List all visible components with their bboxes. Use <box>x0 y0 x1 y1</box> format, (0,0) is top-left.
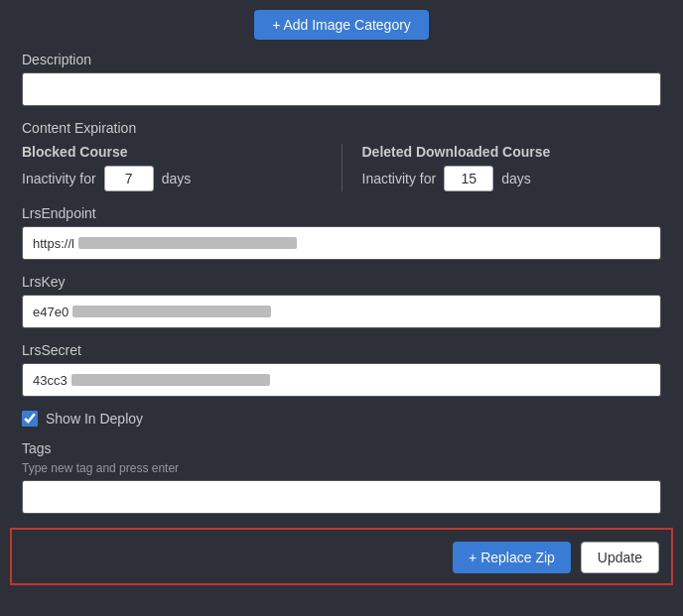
replace-zip-button[interactable]: + Replace Zip <box>453 542 571 573</box>
tags-hint: Type new tag and press enter <box>22 461 661 475</box>
description-group: Description <box>22 52 661 106</box>
update-button[interactable]: Update <box>581 542 659 573</box>
lrs-secret-group: LrsSecret 43cc3 <box>22 342 661 397</box>
lrs-secret-input[interactable]: 43cc3 <box>22 363 661 397</box>
deleted-inactivity-label: Inactivity for <box>362 171 437 186</box>
expiration-divider <box>342 144 342 191</box>
lrs-endpoint-group: LrsEndpoint https://l <box>22 205 661 260</box>
deleted-days-label: days <box>501 171 531 186</box>
lrs-key-group: LrsKey e47e0 <box>22 274 661 328</box>
blocked-course-days-input[interactable] <box>104 166 154 191</box>
lrs-secret-value: 43cc3 <box>33 373 68 388</box>
action-buttons-area: + Replace Zip Update <box>10 528 673 585</box>
lrs-key-input[interactable]: e47e0 <box>22 295 661 328</box>
lrs-endpoint-mask <box>78 237 297 249</box>
description-label: Description <box>22 52 661 67</box>
lrs-key-mask <box>72 306 271 317</box>
blocked-course-block: Blocked Course Inactivity for days <box>22 144 322 191</box>
show-in-deploy-label[interactable]: Show In Deploy <box>46 411 143 427</box>
deleted-course-days-input[interactable] <box>444 166 493 191</box>
deleted-downloaded-course-block: Deleted Downloaded Course Inactivity for… <box>362 144 662 191</box>
description-input[interactable] <box>22 72 661 106</box>
lrs-key-label: LrsKey <box>22 274 661 290</box>
lrs-endpoint-input[interactable]: https://l <box>22 226 661 260</box>
add-image-category-button[interactable]: + Add Image Category <box>254 10 429 40</box>
blocked-course-title: Blocked Course <box>22 144 322 160</box>
show-in-deploy-checkbox[interactable] <box>22 411 38 427</box>
show-in-deploy-group: Show In Deploy <box>22 411 661 427</box>
lrs-secret-mask <box>71 374 270 386</box>
deleted-downloaded-course-title: Deleted Downloaded Course <box>362 144 662 160</box>
lrs-endpoint-value: https://l <box>33 236 74 251</box>
lrs-endpoint-label: LrsEndpoint <box>22 205 661 221</box>
blocked-inactivity-label: Inactivity for <box>22 171 96 186</box>
blocked-days-label: days <box>162 171 192 186</box>
lrs-key-value: e47e0 <box>33 305 68 319</box>
tags-group: Tags Type new tag and press enter <box>22 440 661 514</box>
tags-label: Tags <box>22 440 661 456</box>
tags-input[interactable] <box>22 480 661 514</box>
lrs-secret-label: LrsSecret <box>22 342 661 358</box>
content-expiration-section: Content Expiration Blocked Course Inacti… <box>22 120 661 191</box>
content-expiration-label: Content Expiration <box>22 120 661 136</box>
